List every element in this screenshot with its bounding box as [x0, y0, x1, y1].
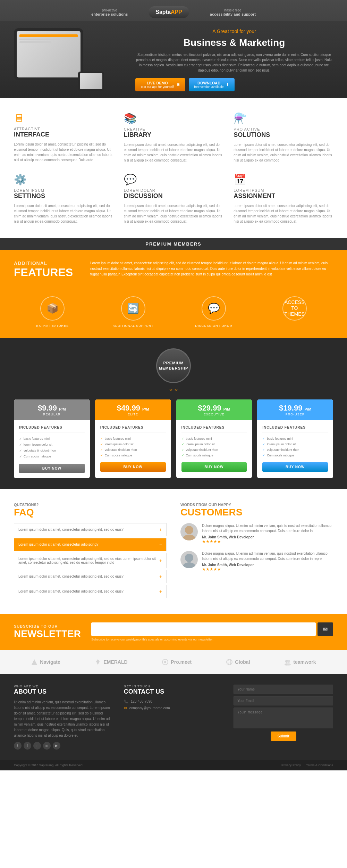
pricing-body-prouser: INCLUDED FEATURES ✓ basic features mini …	[257, 420, 333, 477]
settings-icon: ⚙️	[14, 173, 113, 185]
faq-title: FAQ	[14, 507, 167, 518]
stars-1: ★★★★★	[202, 539, 333, 544]
faq-item-1[interactable]: Lorem ipsum dolor sit amet, consectetur …	[14, 523, 167, 536]
faq-item-2[interactable]: Lorem ipsum dolor sit amet, consectetur …	[14, 538, 167, 551]
contact-name-field[interactable]	[234, 685, 333, 694]
feature-row: ✓ lorem ipsum dolor sit	[262, 441, 328, 447]
faq-question-5: Lorem ipsum dolor sit amet, consectetur …	[18, 589, 124, 593]
check-icon: ✓	[262, 443, 265, 446]
tagline-left-big: enterprise solutions	[91, 12, 128, 16]
feature-interface-small: ATTRACTIVE	[14, 127, 113, 131]
premium-description: Lorem ipsum dolor sit amet, consectetur …	[90, 261, 333, 277]
feature-settings: ⚙️ LOREM IPSUM SETTINGS Lorem ipsum dolo…	[14, 173, 113, 224]
newsletter-input[interactable]	[91, 622, 316, 636]
logo[interactable]: SaptaAPP	[149, 6, 189, 18]
buy-button-regular[interactable]: BUY NOW	[19, 464, 85, 473]
badge-line2: MEMBERSHIP	[159, 366, 188, 371]
library-icon: 📚	[124, 112, 223, 124]
contact-email-field[interactable]	[234, 696, 333, 705]
testimonials-section: WORDS FROM OUR HAPPY CUSTOMERS Dolore ma…	[180, 503, 333, 600]
download-button[interactable]: DOWNLOAD free version available ⬇	[189, 78, 235, 91]
copyright-text: Copyright © 2013 Saptarang. All Rights R…	[14, 763, 83, 767]
footer-contact-label: GET IN TOUCH	[124, 685, 223, 688]
plan-regular: REGULAR	[18, 413, 86, 416]
faq-item-5[interactable]: Lorem ipsum dolor sit amet, consectetur …	[14, 585, 167, 598]
features-grid: 🖥 ATTRACTIVE INTERFACE Lorem ipsum dolor…	[14, 112, 333, 224]
feature-row: ✓ lorem ipsum dolor sit	[19, 442, 85, 448]
feature-row: ✓ vulputate tincidunt rhon	[262, 447, 328, 453]
linkedin-icon[interactable]: in	[43, 742, 51, 750]
footer-phone: 📞 123-456-7890	[124, 700, 223, 703]
feature-row: ✓ vulputate tincidunt rhon	[100, 447, 166, 453]
tagline-right-small: hassle free	[224, 8, 241, 12]
price-tag-executive: $29.99 P/M EXECUTIVE	[176, 399, 252, 420]
contact-submit-button[interactable]: Submit	[271, 731, 296, 741]
pricing-card-elite: $49.99 P/M ELITE INCLUDED FEATURES ✓ bas…	[95, 399, 171, 478]
check-icon: ✓	[262, 437, 265, 440]
tagline-right-big: accessibility and support	[210, 12, 256, 16]
feature-discussion-title: DISCUSSION	[124, 192, 223, 200]
price-tag-elite: $49.99 P/M ELITE	[95, 399, 171, 420]
rss-icon[interactable]: r	[33, 742, 41, 750]
check-icon: ✓	[181, 437, 184, 440]
footer-about-title: ABOUT US	[14, 688, 113, 695]
faq-item-3[interactable]: Lorem ipsum dolor sit amet, consectetur …	[14, 553, 167, 568]
faq-question-2: Lorem ipsum dolor sit amet, consectetur …	[18, 543, 99, 546]
privacy-policy-link[interactable]: Privacy Policy	[281, 763, 301, 767]
faq-item-4[interactable]: Lorem ipsum dolor sit amet, consectetur …	[14, 570, 167, 583]
hero-subtitle: A Great tool for your	[135, 28, 333, 35]
buy-button-executive[interactable]: BUY NOW	[181, 462, 247, 472]
feature-row: ✓ basic features mini	[19, 436, 85, 442]
features-section: 🖥 ATTRACTIVE INTERFACE Lorem ipsum dolor…	[0, 98, 347, 238]
tablet-mockup	[14, 28, 83, 80]
pricing-body-elite: INCLUDED FEATURES ✓ basic features mini …	[95, 420, 171, 477]
premium-section: PREMIUM MEMBERS ADDITIONAL FEATURES Lore…	[0, 238, 347, 338]
testimonial-avatar-1	[180, 523, 198, 540]
partner-navigate-name: Navigate	[40, 659, 60, 665]
premium-left: ADDITIONAL FEATURES	[14, 261, 83, 279]
svg-point-1	[183, 535, 195, 540]
svg-point-13	[287, 663, 291, 666]
faq-question-3: Lorem ipsum dolor sit amet, consectetur …	[18, 557, 159, 564]
newsletter-title: NEWSLETTER	[14, 628, 81, 639]
feature-library: 📚 CREATIVE LIBRARY Lorem ipsum dolor sit…	[124, 112, 223, 163]
partner-emerald-name: EMERALD	[103, 659, 127, 665]
footer-contact-title: CONTACT US	[124, 688, 223, 695]
newsletter-submit-button[interactable]: ✉	[318, 622, 333, 636]
feature-solutions-small: PRO ACTIVE	[234, 127, 333, 131]
footer-form-section: Submit	[234, 685, 333, 750]
feature-row: ✓ basic features mini	[262, 436, 328, 441]
check-icon: ✓	[181, 443, 184, 446]
faq-testimonials-section: QUESTIONS? FAQ Lorem ipsum dolor sit ame…	[0, 489, 347, 614]
feature-discussion: 💬 LOREM DOLAR DISCUSSION Lorem ipsum dol…	[124, 173, 223, 224]
forum-label: DISCUSSION FORUM	[175, 324, 253, 328]
footer-contact-details: 📞 123-456-7890 ✉ company@yourname.com	[124, 700, 223, 710]
live-demo-button[interactable]: LIVE DEMO test our app for yourself 🖥	[135, 78, 185, 91]
terms-link[interactable]: Terms & Conditions	[306, 763, 333, 767]
pricing-features-label-elite: INCLUDED FEATURES	[100, 425, 166, 432]
plan-elite: ELITE	[99, 413, 167, 416]
live-demo-sublabel: test our app for yourself	[141, 85, 174, 89]
tagline-left-small: pro-active	[102, 8, 117, 12]
pricing-features-label-regular: INCLUDED FEATURES	[19, 425, 85, 432]
feature-solutions-text: Lorem ipsum dolor sit amet, consectetur …	[234, 142, 333, 163]
price-tag-regular: $9.99 P/M REGULAR	[14, 399, 90, 420]
check-icon: ✓	[181, 448, 184, 452]
footer-about-text: Ut enim ad minim veniam, quis nostrud ex…	[14, 700, 113, 738]
facebook-icon[interactable]: f	[24, 742, 31, 750]
youtube-icon[interactable]: ▶	[53, 742, 60, 750]
contact-message-field[interactable]	[234, 708, 333, 728]
faq-question-4: Lorem ipsum dolor sit amet, consectetur …	[18, 574, 124, 578]
svg-point-0	[185, 526, 193, 534]
svg-point-6	[164, 661, 166, 663]
badge-line1: PREMIUM	[163, 361, 184, 365]
twitter-icon[interactable]: t	[14, 742, 22, 750]
faq-toggle-minus-2: −	[159, 542, 162, 547]
buy-button-elite[interactable]: BUY NOW	[100, 462, 166, 472]
footer-contact: GET IN TOUCH CONTACT US 📞 123-456-7890 ✉…	[124, 685, 223, 750]
partner-promeet: Pro.meet	[162, 659, 192, 666]
buy-button-prouser[interactable]: BUY NOW	[262, 462, 328, 472]
logo-text: SaptaAPP	[155, 9, 182, 15]
check-icon: ✓	[100, 443, 103, 446]
check-icon: ✓	[19, 437, 22, 441]
